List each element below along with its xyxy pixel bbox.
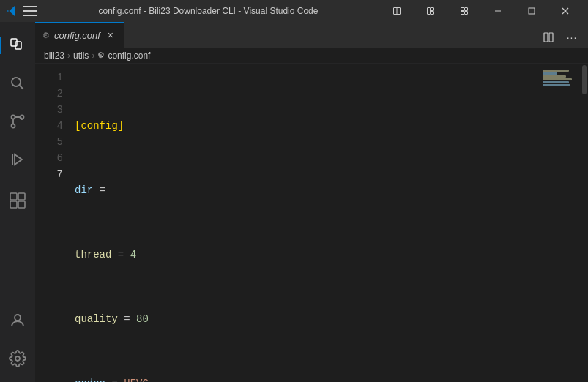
- svg-rect-7: [461, 12, 464, 15]
- token-bracket-open: [config]: [75, 118, 124, 134]
- activity-source-control-button[interactable]: [0, 104, 35, 139]
- breadcrumb-sep-2: ›: [92, 50, 94, 61]
- token-key-codec: codec: [75, 375, 105, 382]
- svg-rect-10: [529, 8, 535, 14]
- split-editor-button[interactable]: [380, 0, 414, 22]
- svg-rect-22: [18, 193, 25, 200]
- svg-rect-5: [461, 8, 464, 11]
- mini-line-1: [543, 70, 569, 72]
- svg-rect-21: [10, 193, 17, 200]
- activity-search-button[interactable]: [0, 66, 35, 101]
- code-editor[interactable]: 1 2 3 4 5 6 7 [config] dir = thread: [35, 64, 588, 382]
- activity-settings-button[interactable]: [0, 341, 35, 376]
- activity-explorer-button[interactable]: [0, 28, 35, 63]
- token-op-5: =: [105, 375, 124, 382]
- svg-rect-2: [428, 8, 431, 15]
- mini-line-3: [543, 75, 566, 78]
- code-line-2: dir =: [75, 182, 537, 198]
- hamburger-menu-icon[interactable]: [23, 6, 37, 16]
- code-line-3: thread = 4: [75, 247, 537, 263]
- breadcrumb-bili23[interactable]: bili23: [44, 50, 64, 61]
- svg-rect-23: [10, 201, 17, 208]
- activity-run-button[interactable]: [0, 142, 35, 177]
- window-title: config.conf - Bili23 Downloader CLI - Vi…: [42, 6, 374, 16]
- token-val-quality: 80: [136, 311, 149, 327]
- token-val-thread: 4: [130, 247, 136, 263]
- token-key-thread: thread: [75, 247, 111, 263]
- code-line-5: codec = HEVC: [75, 375, 537, 382]
- svg-line-16: [20, 86, 24, 90]
- svg-rect-27: [544, 33, 548, 42]
- activity-account-button[interactable]: [0, 303, 35, 338]
- svg-point-18: [12, 116, 15, 119]
- svg-rect-3: [431, 8, 434, 11]
- breadcrumb-file-icon: ⚙: [97, 50, 105, 60]
- vscode-icon: [6, 5, 18, 17]
- mini-line-2: [543, 72, 557, 75]
- editor-area: ⚙ config.conf × ··· bili23 › utils: [35, 22, 588, 382]
- breadcrumb-utils[interactable]: utils: [73, 50, 89, 61]
- svg-point-17: [12, 124, 15, 128]
- mini-line-6: [543, 84, 570, 86]
- activity-bar-bottom: [0, 303, 35, 382]
- svg-rect-14: [15, 42, 21, 49]
- token-val-codec: HEVC: [124, 375, 149, 382]
- minimize-button[interactable]: [481, 0, 515, 22]
- tab-file-icon: ⚙: [42, 31, 50, 40]
- tab-label: config.conf: [54, 30, 100, 41]
- window-controls: [380, 0, 582, 22]
- tab-actions: ···: [538, 27, 588, 48]
- code-line-4: quality = 80: [75, 311, 537, 327]
- layout-button[interactable]: [414, 0, 447, 22]
- vertical-scrollbar[interactable]: [581, 64, 588, 382]
- grid-layout-button[interactable]: [447, 0, 481, 22]
- mini-line-5: [543, 81, 569, 83]
- breadcrumb-sep-1: ›: [67, 50, 70, 61]
- svg-rect-6: [465, 8, 468, 11]
- svg-point-26: [15, 356, 20, 361]
- breadcrumb: bili23 › utils › ⚙ config.conf: [35, 48, 588, 64]
- svg-point-15: [12, 78, 21, 86]
- maximize-button[interactable]: [515, 0, 548, 22]
- activity-extensions-button[interactable]: [0, 183, 35, 218]
- code-content[interactable]: [config] dir = thread = 4 quality = 80 c…: [72, 64, 537, 382]
- active-tab[interactable]: ⚙ config.conf ×: [35, 22, 124, 48]
- activity-bar: [0, 22, 35, 382]
- title-bar: config.conf - Bili23 Downloader CLI - Vi…: [0, 0, 588, 22]
- svg-rect-28: [549, 33, 553, 42]
- token-key-dir: dir: [75, 182, 93, 198]
- minimap-content: [543, 70, 578, 128]
- more-actions-button[interactable]: ···: [562, 27, 582, 48]
- close-button[interactable]: [548, 0, 582, 22]
- svg-rect-24: [18, 201, 25, 208]
- breadcrumb-file[interactable]: config.conf: [108, 50, 150, 61]
- svg-point-25: [15, 315, 21, 321]
- token-op-4: =: [118, 311, 136, 327]
- svg-rect-4: [431, 12, 434, 15]
- tab-bar: ⚙ config.conf × ···: [35, 22, 588, 48]
- svg-rect-13: [11, 39, 17, 46]
- token-op-2: =: [93, 182, 111, 198]
- split-editor-right-button[interactable]: [538, 27, 559, 48]
- svg-rect-8: [465, 12, 468, 15]
- mini-line-4: [543, 78, 572, 80]
- tab-close-button[interactable]: ×: [105, 29, 116, 41]
- line-numbers: 1 2 3 4 5 6 7: [35, 64, 72, 382]
- token-key-quality: quality: [75, 311, 118, 327]
- token-op-3: =: [111, 247, 130, 263]
- main-container: ⚙ config.conf × ··· bili23 › utils: [0, 22, 588, 382]
- scrollbar-thumb[interactable]: [582, 65, 587, 94]
- code-line-1: [config]: [75, 118, 537, 134]
- minimap: [537, 64, 581, 382]
